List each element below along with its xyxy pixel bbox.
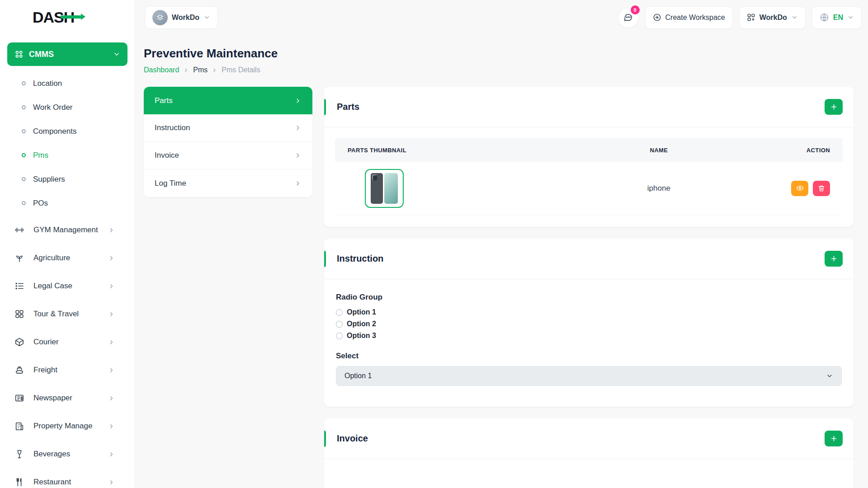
workspace-selector[interactable]: WorkDo <box>145 6 218 29</box>
tour-travel-icon <box>14 309 24 319</box>
sidebar-module-cmms[interactable]: CMMS <box>7 42 127 66</box>
beverages-icon <box>14 449 24 459</box>
app-logo[interactable]: DASH <box>33 9 74 26</box>
sidebar-item-pos[interactable]: POs <box>0 191 135 215</box>
plus-icon <box>830 435 838 442</box>
menu-item-instruction[interactable]: Instruction <box>144 114 312 142</box>
chevron-right-icon <box>108 283 115 290</box>
instruction-card-title: Instruction <box>335 253 383 264</box>
plus-icon <box>830 255 838 263</box>
sidebar-item-pms[interactable]: Pms <box>0 143 135 167</box>
menu-item-log-time[interactable]: Log Time <box>144 169 312 197</box>
property-icon <box>14 421 24 431</box>
invoice-card-body <box>324 459 854 488</box>
chevron-right-icon <box>294 180 302 187</box>
sidebar-module-freight[interactable]: Freight <box>0 356 135 384</box>
instruction-select[interactable]: Option 1 <box>336 366 842 386</box>
select-label: Select <box>336 352 842 361</box>
radio-group-label: Radio Group <box>336 293 842 302</box>
radio-option-3[interactable] <box>336 333 343 339</box>
sidebar-module-newspaper[interactable]: Newspaper <box>0 384 135 412</box>
sidebar-module-restaurant[interactable]: Restaurant <box>0 468 135 488</box>
page-title: Preventive Maintenance <box>144 47 854 61</box>
part-thumbnail[interactable] <box>365 169 404 208</box>
menu-item-parts[interactable]: Parts <box>144 87 312 114</box>
sidebar-item-components[interactable]: Components <box>0 119 135 143</box>
sidebar-module-legal-case[interactable]: Legal Case <box>0 272 135 300</box>
menu-item-invoice[interactable]: Invoice <box>144 142 312 169</box>
radio-option-2[interactable] <box>336 321 343 328</box>
language-selector[interactable]: EN <box>812 6 862 29</box>
chevron-right-icon <box>108 311 115 318</box>
sidebar-module-beverages[interactable]: Beverages <box>0 440 135 468</box>
bullet-icon <box>22 129 26 133</box>
radio-option-1[interactable] <box>336 309 343 316</box>
col-name: NAME <box>570 147 748 154</box>
messages-button[interactable]: 0 <box>618 7 639 28</box>
chevron-right-icon <box>294 124 302 131</box>
logo-arrow-icon <box>61 15 81 19</box>
trash-icon <box>818 185 825 192</box>
top-bar: WorkDo 0 Create Workspace WorkDo EN <box>135 0 868 35</box>
sidebar-item-location[interactable]: Location <box>0 71 135 95</box>
sidebar-module-tour-travel[interactable]: Tour & Travel <box>0 300 135 328</box>
courier-icon <box>14 337 24 347</box>
chevron-right-icon <box>212 67 217 73</box>
invoice-card-title: Invoice <box>335 433 368 444</box>
col-parts-thumbnail: PARTS THUMBNAIL <box>335 147 570 154</box>
chevron-down-icon <box>203 14 210 21</box>
chevron-right-icon <box>183 67 189 73</box>
sidebar-module-property-manage[interactable]: Property Manage <box>0 412 135 440</box>
breadcrumb-dashboard[interactable]: Dashboard <box>144 66 179 74</box>
radio-row-option-2: Option 2 <box>336 320 842 328</box>
breadcrumb-pms[interactable]: Pms <box>193 66 208 74</box>
plus-circle-icon <box>653 13 661 22</box>
bullet-icon <box>22 177 26 181</box>
freight-icon <box>14 365 24 375</box>
add-instruction-button[interactable] <box>825 251 843 267</box>
workspace-avatar <box>152 10 168 25</box>
plus-icon <box>830 103 838 111</box>
accent-bar <box>324 251 326 267</box>
newspaper-icon <box>14 393 24 403</box>
sidebar-module-courier[interactable]: Courier <box>0 328 135 356</box>
invoice-card: Invoice <box>324 418 854 488</box>
chevron-down-icon <box>826 372 833 380</box>
add-part-button[interactable] <box>825 99 843 115</box>
bullet-icon <box>22 105 26 109</box>
globe-icon <box>820 13 829 22</box>
delete-part-button[interactable] <box>813 181 830 196</box>
app-switcher-dropdown[interactable]: WorkDo <box>739 6 806 29</box>
chevron-right-icon <box>108 451 115 458</box>
chevron-right-icon <box>294 97 302 104</box>
radio-row-option-3: Option 3 <box>336 332 842 340</box>
part-image <box>371 173 398 204</box>
chevron-down-icon <box>791 14 798 21</box>
instruction-select-value: Option 1 <box>344 372 372 380</box>
breadcrumb: Dashboard Pms Pms Details <box>144 66 854 74</box>
bullet-icon <box>22 201 26 205</box>
instruction-card: Instruction Radio Group Option 1 Option … <box>324 239 854 407</box>
parts-card: Parts PARTS THUMBNAIL NAME ACTION <box>324 87 854 227</box>
create-workspace-button[interactable]: Create Workspace <box>645 6 733 29</box>
sidebar-module-agriculture[interactable]: Agriculture <box>0 244 135 272</box>
chevron-right-icon <box>294 152 302 159</box>
chat-icon <box>623 13 633 22</box>
col-action: ACTION <box>748 147 843 154</box>
parts-table-header: PARTS THUMBNAIL NAME ACTION <box>335 138 843 162</box>
grid-plus-icon <box>747 13 755 22</box>
parts-table: PARTS THUMBNAIL NAME ACTION <box>324 127 854 227</box>
view-part-button[interactable] <box>791 181 808 196</box>
add-invoice-button[interactable] <box>825 431 843 446</box>
sidebar-item-work-order[interactable]: Work Order <box>0 95 135 119</box>
main-content: Preventive Maintenance Dashboard Pms Pms… <box>144 35 854 488</box>
agriculture-icon <box>14 253 24 263</box>
sidebar-module-gym[interactable]: GYM Management <box>0 216 135 244</box>
part-name: iphone <box>570 184 748 193</box>
legal-case-icon <box>14 281 24 291</box>
chevron-right-icon <box>108 227 115 234</box>
sidebar-item-suppliers[interactable]: Suppliers <box>0 167 135 191</box>
chevron-down-icon <box>847 14 854 21</box>
accent-bar <box>324 99 326 115</box>
accent-bar <box>324 431 326 447</box>
